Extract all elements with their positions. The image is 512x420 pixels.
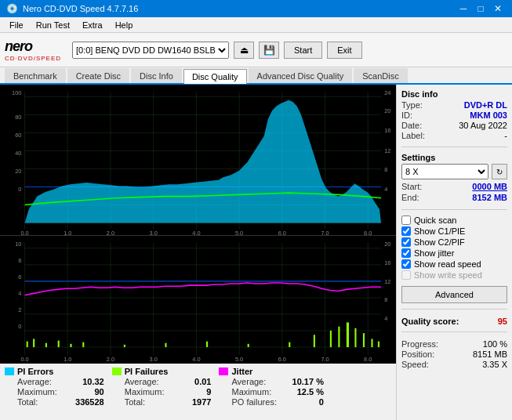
show-write-speed-row: Show write speed (401, 270, 507, 280)
drive-select[interactable]: [0:0] BENQ DVD DD DW1640 BSLB (72, 42, 229, 59)
svg-text:5.0: 5.0 (235, 230, 243, 235)
tab-disc-info[interactable]: Disc Info (131, 68, 182, 83)
menu-file[interactable]: File (3, 19, 30, 31)
pi-errors-max-row: Maximum: 90 (5, 387, 104, 396)
progress-row: Progress: 100 % (401, 339, 507, 349)
eject-icon-button[interactable]: ⏏ (234, 42, 254, 59)
svg-rect-63 (70, 344, 71, 347)
tab-scan-disc[interactable]: ScanDisc (354, 68, 407, 83)
svg-rect-69 (289, 342, 290, 347)
svg-rect-62 (58, 341, 60, 347)
svg-text:4: 4 (18, 290, 21, 297)
id-row: ID: MKM 003 (401, 110, 507, 120)
svg-text:0.0: 0.0 (20, 356, 28, 363)
svg-rect-70 (314, 335, 315, 347)
tab-create-disc[interactable]: Create Disc (67, 68, 129, 83)
pi-failures-label: PI Failures (125, 367, 169, 376)
show-jitter-checkbox[interactable] (401, 248, 411, 258)
pi-failures-color (112, 368, 122, 375)
divider-1 (401, 147, 507, 147)
tab-advanced-disc-quality[interactable]: Advanced Disc Quality (249, 68, 353, 83)
svg-text:2.0: 2.0 (107, 356, 114, 363)
svg-rect-67 (206, 342, 208, 347)
advanced-button[interactable]: Advanced (401, 286, 507, 303)
top-chart: 100 80 60 40 20 0 24 20 16 12 8 4 0.0 1.… (0, 85, 396, 236)
svg-text:2: 2 (18, 306, 21, 313)
svg-text:12: 12 (384, 278, 390, 285)
top-chart-svg: 100 80 60 40 20 0 24 20 16 12 8 4 0.0 1.… (0, 85, 396, 235)
show-c2-pif-checkbox[interactable] (401, 237, 411, 247)
show-c1-pie-row: Show C1/PIE (401, 226, 507, 236)
start-mb-row: Start: 0000 MB (401, 182, 507, 191)
svg-text:16: 16 (384, 259, 390, 266)
legend-pi-failures: PI Failures Average: 0.01 Maximum: 9 Tot… (112, 367, 212, 417)
show-read-speed-checkbox[interactable] (401, 259, 411, 269)
svg-text:4: 4 (384, 315, 387, 322)
svg-rect-59 (27, 342, 28, 347)
jitter-average-row: Average: 10.17 % (219, 377, 323, 386)
svg-rect-72 (338, 327, 340, 347)
settings-section: Settings 8 X ↻ Start: 0000 MB End: 8152 … (401, 153, 507, 204)
show-c2-pif-label: Show C2/PIF (414, 237, 465, 247)
svg-text:40: 40 (15, 150, 21, 157)
speed-row: 8 X ↻ (401, 164, 507, 179)
legend-jitter-title: Jitter (219, 367, 323, 376)
toolbar: nero CD·DVD/SPEED [0:0] BENQ DVD DD DW16… (0, 33, 512, 67)
menu-help[interactable]: Help (109, 19, 140, 31)
legend-jitter: Jitter Average: 10.17 % Maximum: 12.5 % … (219, 367, 323, 417)
svg-text:80: 80 (15, 114, 21, 121)
title-bar-controls: ─ □ ✕ (456, 2, 506, 16)
show-jitter-row: Show jitter (401, 248, 507, 258)
progress-section: Progress: 100 % Position: 8151 MB Speed:… (401, 339, 507, 370)
speed-select[interactable]: 8 X (401, 164, 488, 179)
tab-benchmark[interactable]: Benchmark (5, 68, 66, 83)
show-read-speed-label: Show read speed (414, 259, 481, 269)
svg-text:3.0: 3.0 (150, 356, 158, 363)
quality-score-row: Quality score: 95 (401, 317, 507, 326)
svg-text:7.0: 7.0 (321, 230, 329, 235)
tab-disc-quality[interactable]: Disc Quality (183, 69, 247, 84)
show-c1-pie-checkbox[interactable] (401, 226, 411, 236)
svg-text:4.0: 4.0 (192, 230, 200, 235)
quick-scan-checkbox[interactable] (401, 215, 411, 225)
logo: nero CD·DVD/SPEED (5, 38, 61, 62)
svg-rect-77 (378, 342, 379, 347)
bottom-chart: 10 8 6 4 2 0 20 16 12 8 4 0.0 1.0 2.0 3.… (0, 236, 396, 364)
show-write-speed-checkbox (401, 270, 411, 280)
menu-run-test[interactable]: Run Test (30, 19, 76, 31)
show-write-speed-label: Show write speed (414, 270, 482, 280)
svg-rect-64 (82, 342, 84, 347)
start-button[interactable]: Start (284, 42, 322, 59)
svg-rect-73 (347, 322, 349, 347)
svg-text:100: 100 (12, 89, 21, 96)
jitter-max-row: Maximum: 12.5 % (219, 387, 323, 396)
exit-button[interactable]: Exit (327, 42, 361, 59)
pi-errors-color (5, 368, 14, 375)
svg-text:4.0: 4.0 (192, 356, 200, 363)
close-button[interactable]: ✕ (490, 2, 506, 16)
type-row: Type: DVD+R DL (401, 100, 507, 110)
pi-errors-label: PI Errors (17, 367, 53, 376)
svg-text:8.0: 8.0 (364, 356, 372, 363)
jitter-po-row: PO failures: 0 (219, 397, 323, 407)
divider-3 (401, 309, 507, 310)
svg-rect-74 (354, 328, 356, 347)
show-c2-pif-row: Show C2/PIF (401, 237, 507, 247)
title-bar-left: 💿 Nero CD-DVD Speed 4.7.7.16 (6, 3, 138, 14)
svg-rect-60 (33, 339, 34, 347)
menu-extra[interactable]: Extra (76, 19, 109, 31)
maximize-button[interactable]: □ (473, 2, 488, 16)
save-icon-button[interactable]: 💾 (259, 42, 279, 59)
refresh-button[interactable]: ↻ (492, 164, 507, 179)
svg-rect-76 (371, 339, 372, 347)
minimize-button[interactable]: ─ (456, 2, 471, 16)
label-row: Label: - (401, 131, 507, 140)
svg-text:6.0: 6.0 (278, 356, 286, 363)
svg-rect-66 (165, 343, 166, 347)
svg-text:0.0: 0.0 (20, 230, 28, 235)
bottom-chart-svg: 10 8 6 4 2 0 20 16 12 8 4 0.0 1.0 2.0 3.… (0, 236, 396, 364)
disc-info-section: Disc info Type: DVD+R DL ID: MKM 003 Dat… (401, 89, 507, 141)
pi-failures-average-row: Average: 0.01 (112, 377, 212, 386)
show-jitter-label: Show jitter (414, 248, 454, 258)
settings-title: Settings (401, 153, 507, 162)
